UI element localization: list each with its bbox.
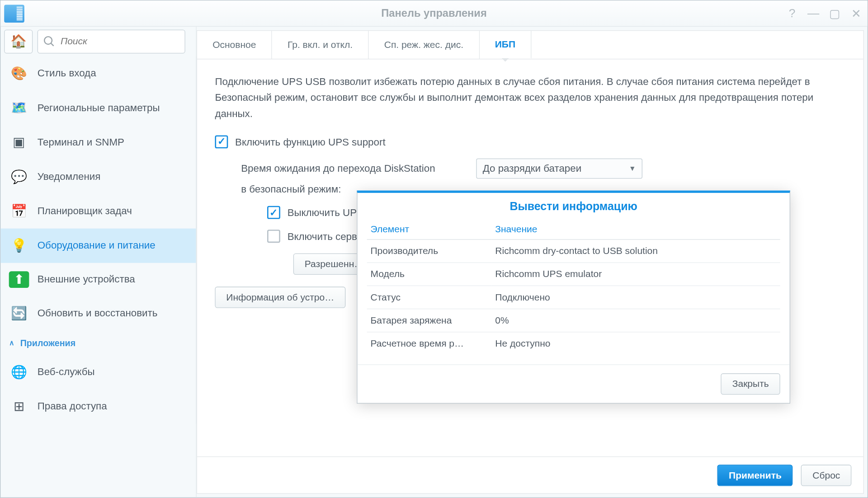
tab-0[interactable]: Основное <box>197 31 272 59</box>
sidebar-item-2[interactable]: ▣Терминал и SNMP <box>0 125 196 160</box>
close-icon[interactable]: ✕ <box>849 6 863 21</box>
sidebar-item-label: Планировщик задач <box>38 205 132 218</box>
search-input[interactable] <box>61 36 180 47</box>
sidebar-item-1[interactable]: 🗺️Региональные параметры <box>0 91 196 125</box>
cell-key: Батарея заряжена <box>367 309 492 332</box>
sidebar-item-icon: ⊞ <box>9 398 29 415</box>
home-button[interactable]: 🏠 <box>4 30 33 54</box>
sidebar-item-7[interactable]: 🔄Обновить и восстановить <box>0 296 196 330</box>
shutdown-ups-checkbox[interactable] <box>267 206 280 219</box>
home-icon: 🏠 <box>10 34 26 49</box>
enable-server-label: Включить сервер <box>288 230 368 244</box>
sidebar-item-8[interactable]: 🌐Веб-службы <box>0 355 196 389</box>
sidebar-item-icon: 🌐 <box>9 363 29 381</box>
cell-value: Подключено <box>491 286 780 309</box>
wait-mode-select[interactable]: До разрядки батареи ▼ <box>476 159 642 179</box>
sidebar-item-3[interactable]: 💬Уведомления <box>0 160 196 194</box>
search-box[interactable] <box>38 30 185 54</box>
col-value: Значение <box>491 219 780 240</box>
sidebar-item-label: Уведомления <box>38 170 101 183</box>
window-title: Панель управления <box>0 7 867 20</box>
cell-key: Статус <box>367 286 492 309</box>
sidebar-item-icon: ⬆ <box>9 271 29 288</box>
ups-description: Подключение UPS USB позволит избежать по… <box>215 74 845 122</box>
enable-ups-label: Включить функцию UPS support <box>235 135 386 149</box>
wait-mode-value: До разрядки батареи <box>483 163 581 174</box>
sidebar-item-label: Региональные параметры <box>38 102 160 115</box>
sidebar-item-icon: ▣ <box>9 133 29 151</box>
sidebar-item-4[interactable]: 📅Планировщик задач <box>0 194 196 228</box>
cell-value: Richcomm dry-contact to USB solution <box>491 240 780 263</box>
cell-value: Richcomm UPS emulator <box>491 263 780 286</box>
table-row: МодельRichcomm UPS emulator <box>367 263 780 286</box>
sidebar-item-label: Обновить и восстановить <box>38 307 158 320</box>
table-row: ПроизводительRichcomm dry-contact to USB… <box>367 240 780 263</box>
device-info-table: Элемент Значение ПроизводительRichcomm d… <box>367 219 780 355</box>
table-row: Батарея заряжена0% <box>367 309 780 332</box>
search-icon <box>43 35 56 48</box>
table-row: Расчетное время р…Не доступно <box>367 332 780 355</box>
tab-2[interactable]: Сп. реж. жес. дис. <box>369 31 480 59</box>
cell-key: Модель <box>367 263 492 286</box>
dialog-title: Вывести информацию <box>358 193 790 219</box>
footer: Применить Сброс <box>197 456 863 493</box>
sidebar-item-icon: 💡 <box>9 237 29 254</box>
chevron-up-icon: ∧ <box>9 338 14 347</box>
dialog-close-button[interactable]: Закрыть <box>721 373 780 395</box>
sidebar-item-label: Права доступа <box>38 400 107 413</box>
device-info-button[interactable]: Информация об устро… <box>215 287 345 308</box>
sidebar-item-icon: 🎨 <box>9 65 29 82</box>
enable-ups-checkbox[interactable] <box>215 135 228 148</box>
svg-line-1 <box>51 43 54 46</box>
svg-point-0 <box>44 37 52 44</box>
cell-value: Не доступно <box>491 332 780 355</box>
sidebar-item-9[interactable]: ⊞Права доступа <box>0 390 196 424</box>
sidebar-item-label: Терминал и SNMP <box>38 136 124 149</box>
sidebar-item-5[interactable]: 💡Оборудование и питание <box>0 229 196 263</box>
sidebar: 🎨Стиль входа🗺️Региональные параметры▣Тер… <box>0 56 196 424</box>
col-element: Элемент <box>367 219 492 240</box>
sidebar-item-label: Стиль входа <box>38 67 96 80</box>
maximize-icon[interactable]: ▢ <box>828 6 841 21</box>
tabs: ОсновноеГр. вкл. и откл.Сп. реж. жес. ди… <box>197 31 863 59</box>
sidebar-toolbar: 🏠 <box>0 27 196 56</box>
sidebar-item-icon: 🗺️ <box>9 99 29 117</box>
cell-value: 0% <box>491 309 780 332</box>
enable-server-checkbox[interactable] <box>267 230 280 243</box>
sidebar-section-apps[interactable]: ∧Приложения <box>0 331 196 355</box>
sidebar-item-label: Оборудование и питание <box>38 239 156 252</box>
device-info-dialog: Вывести информацию Элемент Значение Прои… <box>357 191 790 404</box>
shutdown-ups-label: Выключить UPS <box>288 206 363 220</box>
tab-3[interactable]: ИБП <box>480 31 532 59</box>
cell-key: Производитель <box>367 240 492 263</box>
minimize-icon[interactable]: — <box>807 6 820 20</box>
tab-1[interactable]: Гр. вкл. и откл. <box>272 31 369 59</box>
sidebar-item-label: Веб-службы <box>38 366 95 379</box>
table-row: СтатусПодключено <box>367 286 780 309</box>
sidebar-item-icon: 🔄 <box>9 305 29 322</box>
sidebar-item-label: Внешние устройства <box>38 273 135 286</box>
sidebar-item-icon: 💬 <box>9 168 29 186</box>
titlebar: Панель управления ? — ▢ ✕ <box>0 0 867 27</box>
help-icon[interactable]: ? <box>785 6 798 20</box>
chevron-down-icon: ▼ <box>629 164 636 173</box>
cell-key: Расчетное время р… <box>367 332 492 355</box>
reset-button[interactable]: Сброс <box>801 465 851 486</box>
sidebar-item-icon: 📅 <box>9 202 29 220</box>
sidebar-item-6[interactable]: ⬆Внешние устройства <box>0 263 196 296</box>
sidebar-item-0[interactable]: 🎨Стиль входа <box>0 56 196 91</box>
apply-button[interactable]: Применить <box>717 465 793 486</box>
wait-label-1: Время ожидания до перехода DiskStation <box>241 163 467 174</box>
